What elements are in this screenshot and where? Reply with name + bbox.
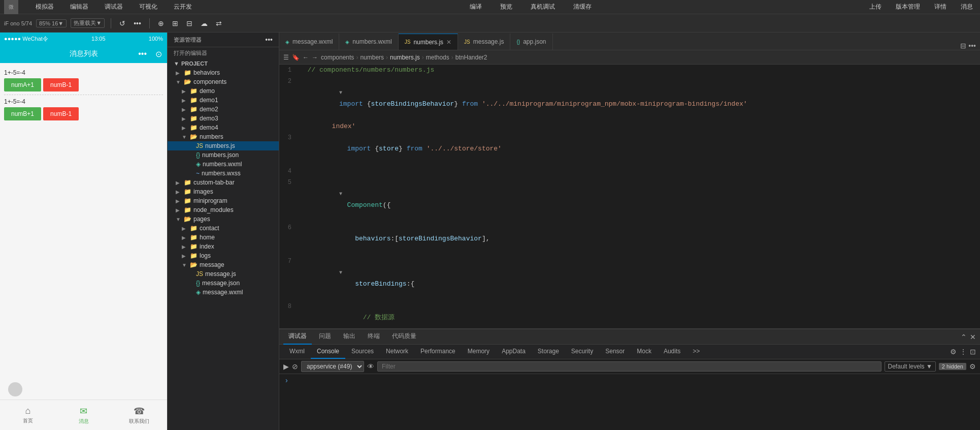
menu-device-debug[interactable]: 真机调试 — [528, 2, 558, 12]
tree-item-numbers-wxml[interactable]: ◈ numbers.wxml — [168, 160, 279, 169]
appservice-select[interactable]: appservice (#49) — [301, 361, 364, 372]
fold-arrow-5[interactable]: ▼ — [339, 191, 342, 197]
tree-item-demo1[interactable]: ▶ 📁 demo1 — [168, 96, 279, 105]
menu-clear-cache[interactable]: 清缓存 — [570, 2, 595, 12]
tree-item-images[interactable]: ▶ 📁 images — [168, 187, 279, 196]
dev-tab-more[interactable]: >> — [687, 345, 706, 359]
tab-numbers-js[interactable]: JS numbers.js ✕ — [399, 34, 458, 50]
breadcrumb-file[interactable]: numbers.js — [390, 54, 420, 61]
tree-item-pages[interactable]: ▼ 📂 pages — [168, 214, 279, 224]
zoom-level[interactable]: 85% 16▼ — [36, 19, 67, 27]
line-content-7[interactable]: ▼ storeBindings:{ — [300, 256, 980, 301]
tree-item-message-wxml[interactable]: ◈ message.wxml — [168, 288, 279, 297]
menu-upload[interactable]: 上传 — [866, 2, 885, 12]
bottom-tab-output[interactable]: 输出 — [338, 329, 361, 345]
tab-message-wxml[interactable]: ◈ message.wxml — [279, 34, 339, 50]
split-view-icon[interactable]: ⊟ — [960, 42, 966, 50]
dev-tab-mock[interactable]: Mock — [631, 345, 658, 359]
breadcrumb-components[interactable]: components — [321, 54, 354, 61]
tree-item-home[interactable]: ▶ 📁 home — [168, 233, 279, 242]
bottom-tab-debugger[interactable]: 调试器 — [283, 329, 312, 345]
menu-visual[interactable]: 可视化 — [136, 2, 160, 12]
phone-dots-icon[interactable]: ••• — [138, 49, 147, 58]
bookmark-icon[interactable]: 🔖 — [292, 54, 300, 61]
tree-item-numbers-json[interactable]: {} numbers.json — [168, 150, 279, 160]
console-gear-icon[interactable]: ⚙ — [969, 362, 976, 371]
tree-item-numbers-wxss[interactable]: ~ numbers.wxss — [168, 169, 279, 178]
dev-tab-sources[interactable]: Sources — [345, 345, 380, 359]
tree-item-demo4[interactable]: ▶ 📁 demo4 — [168, 123, 279, 132]
dev-tab-storage[interactable]: Storage — [532, 345, 565, 359]
dev-more-icon[interactable]: ⋮ — [960, 348, 967, 356]
fold-arrow-7[interactable]: ▼ — [339, 270, 342, 275]
tree-item-message[interactable]: ▼ 📂 message — [168, 260, 279, 269]
panel-close-icon[interactable]: ✕ — [970, 333, 976, 341]
tree-item-node-modules[interactable]: ▶ 📁 node_modules — [168, 205, 279, 214]
console-filter-input[interactable] — [377, 361, 881, 372]
bottom-tab-issues[interactable]: 问题 — [314, 329, 336, 345]
editor-more-icon[interactable]: ••• — [968, 42, 976, 50]
numB-minus-button-2[interactable]: numB-1 — [43, 107, 79, 120]
tree-item-demo3[interactable]: ▶ 📁 demo3 — [168, 114, 279, 123]
console-exec-icon[interactable]: ▶ — [283, 362, 289, 371]
split-editor-icon[interactable]: ⊞ — [170, 17, 180, 29]
console-block-icon[interactable]: ⊘ — [292, 362, 298, 371]
tab-app-json[interactable]: {} app.json — [510, 34, 552, 50]
tab-message-js[interactable]: JS message.js — [458, 34, 510, 50]
dev-tab-audits[interactable]: Audits — [658, 345, 687, 359]
swap-icon[interactable]: ⇄ — [214, 17, 224, 29]
line-content-6[interactable]: behaviors:[storeBindingsBehavior], — [300, 222, 980, 256]
menu-icon[interactable]: ☰ — [283, 54, 289, 61]
refresh-icon[interactable]: ↺ — [117, 17, 127, 29]
menu-version[interactable]: 版本管理 — [893, 2, 923, 12]
tab-numbers-wxml[interactable]: ◈ numbers.wxml — [339, 34, 398, 50]
dev-undock-icon[interactable]: ⊡ — [970, 348, 976, 356]
panel-collapse-icon[interactable]: ⌃ — [961, 333, 967, 341]
nav-message[interactable]: ✉ 消息 — [56, 400, 112, 430]
dev-tab-performance[interactable]: Performance — [414, 345, 462, 359]
tree-item-miniprogram[interactable]: ▶ 📁 miniprogram — [168, 196, 279, 205]
project-arrow[interactable]: ▼ — [174, 60, 179, 67]
line-content-2[interactable]: ▼ import {storeBindingsBehavior} from '.… — [300, 76, 980, 121]
dev-tab-appdata[interactable]: AppData — [496, 345, 532, 359]
line-content-1[interactable]: // components/numbers/numbers.js — [300, 65, 980, 76]
levels-dropdown[interactable]: Default levels ▼ — [885, 361, 936, 372]
collapse-icon[interactable]: ⊟ — [184, 17, 194, 29]
menu-simulator[interactable]: 模拟器 — [32, 2, 57, 12]
nav-forward-icon[interactable]: → — [312, 54, 318, 61]
nav-back-icon[interactable]: ← — [303, 54, 309, 61]
numB-plus-button[interactable]: numB+1 — [4, 107, 41, 120]
menu-editor[interactable]: 编辑器 — [67, 2, 91, 12]
breadcrumb-numbers[interactable]: numbers — [360, 54, 384, 61]
numB-minus-button-1[interactable]: numB-1 — [43, 78, 79, 91]
dev-tab-sensor[interactable]: Sensor — [599, 345, 631, 359]
tree-item-components[interactable]: ▼ 📂 components — [168, 77, 279, 86]
tree-item-numbers-js[interactable]: JS numbers.js — [168, 141, 279, 150]
tree-item-numbers[interactable]: ▼ 📂 numbers — [168, 132, 279, 141]
breadcrumb-handler[interactable]: btnHander2 — [455, 54, 487, 61]
menu-messages[interactable]: 消息 — [958, 2, 976, 12]
breadcrumb-methods[interactable]: methods — [426, 54, 449, 61]
nav-home[interactable]: ⌂ 首页 — [0, 400, 56, 430]
console-eye-icon[interactable]: 👁 — [367, 362, 374, 371]
sidebar-more-icon[interactable]: ••• — [265, 36, 273, 44]
menu-compile[interactable]: 编译 — [467, 2, 485, 12]
fold-arrow-2[interactable]: ▼ — [339, 90, 342, 96]
line-content-3[interactable]: import {store} from '../../store/store' — [300, 132, 980, 166]
line-content-5[interactable]: ▼ Component({ — [300, 177, 980, 222]
phone-camera-icon[interactable]: ⊙ — [155, 49, 162, 59]
tree-item-demo[interactable]: ▶ 📁 demo — [168, 86, 279, 96]
dev-tab-memory[interactable]: Memory — [462, 345, 496, 359]
cloud-icon[interactable]: ☁ — [199, 17, 210, 29]
numA-plus-button[interactable]: numA+1 — [4, 78, 41, 91]
tree-item-contact[interactable]: ▶ 📁 contact — [168, 224, 279, 233]
dev-tab-network[interactable]: Network — [380, 345, 414, 359]
tree-item-behaviors[interactable]: ▶ 📁 behaviors — [168, 68, 279, 77]
menu-debugger[interactable]: 调试器 — [102, 2, 126, 12]
tree-item-custom-tab-bar[interactable]: ▶ 📁 custom-tab-bar — [168, 178, 279, 187]
tree-item-index[interactable]: ▶ 📁 index — [168, 242, 279, 251]
hot-reload[interactable]: 热重载关▼ — [71, 18, 105, 28]
nav-contact[interactable]: ☎ 联系我们 — [111, 400, 167, 430]
line-content-8[interactable]: // 数据源 — [300, 301, 980, 328]
dev-tab-console[interactable]: Console — [311, 345, 345, 359]
